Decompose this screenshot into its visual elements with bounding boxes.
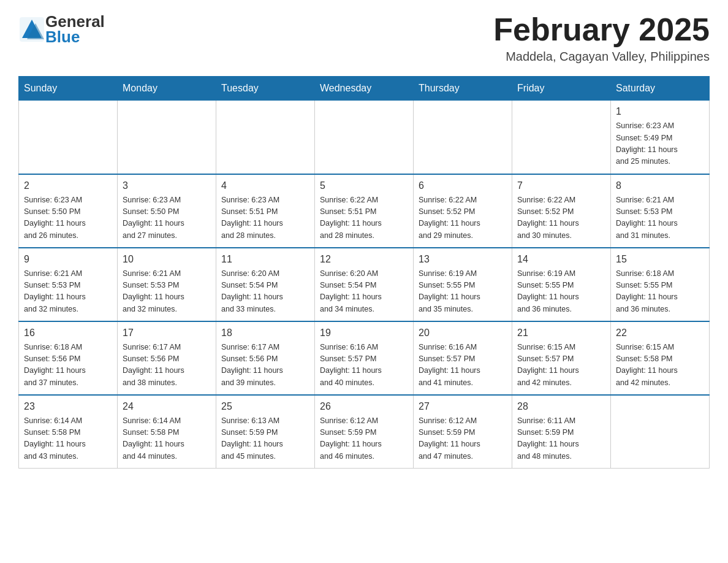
day-number: 28	[517, 399, 605, 414]
day-info: Sunrise: 6:13 AM Sunset: 5:59 PM Dayligh…	[221, 415, 309, 463]
calendar-day-cell: 7Sunrise: 6:22 AM Sunset: 5:52 PM Daylig…	[512, 174, 611, 248]
calendar-body: 1Sunrise: 6:23 AM Sunset: 5:49 PM Daylig…	[19, 101, 710, 469]
day-info: Sunrise: 6:14 AM Sunset: 5:58 PM Dayligh…	[123, 415, 211, 463]
calendar-day-cell: 17Sunrise: 6:17 AM Sunset: 5:56 PM Dayli…	[118, 321, 216, 395]
day-number: 16	[24, 326, 112, 340]
calendar-day-cell: 12Sunrise: 6:20 AM Sunset: 5:54 PM Dayli…	[315, 248, 414, 321]
calendar-day-cell: 4Sunrise: 6:23 AM Sunset: 5:51 PM Daylig…	[216, 174, 315, 248]
calendar-day-cell: 14Sunrise: 6:19 AM Sunset: 5:55 PM Dayli…	[512, 248, 611, 321]
day-number: 9	[24, 252, 112, 267]
day-number: 18	[221, 326, 309, 340]
logo: General Blue	[18, 12, 105, 47]
calendar-day-cell: 3Sunrise: 6:23 AM Sunset: 5:50 PM Daylig…	[118, 174, 216, 248]
weekday-header-sunday: Sunday	[19, 77, 118, 101]
calendar-day-cell: 10Sunrise: 6:21 AM Sunset: 5:53 PM Dayli…	[118, 248, 216, 321]
day-number: 10	[123, 252, 211, 267]
logo-name: General Blue	[45, 12, 105, 47]
logo-icon	[18, 16, 45, 43]
calendar-day-cell: 24Sunrise: 6:14 AM Sunset: 5:58 PM Dayli…	[118, 395, 216, 469]
day-info: Sunrise: 6:23 AM Sunset: 5:50 PM Dayligh…	[123, 194, 211, 242]
calendar-day-cell	[512, 101, 611, 174]
day-number: 6	[419, 178, 507, 193]
day-number: 8	[616, 178, 704, 193]
day-info: Sunrise: 6:19 AM Sunset: 5:55 PM Dayligh…	[419, 268, 507, 316]
day-number: 27	[419, 399, 507, 414]
day-info: Sunrise: 6:15 AM Sunset: 5:57 PM Dayligh…	[517, 342, 605, 389]
calendar-day-cell	[414, 101, 512, 174]
calendar-day-cell: 5Sunrise: 6:22 AM Sunset: 5:51 PM Daylig…	[315, 174, 414, 248]
calendar-day-cell: 13Sunrise: 6:19 AM Sunset: 5:55 PM Dayli…	[414, 248, 512, 321]
day-info: Sunrise: 6:18 AM Sunset: 5:56 PM Dayligh…	[24, 342, 112, 389]
day-info: Sunrise: 6:20 AM Sunset: 5:54 PM Dayligh…	[221, 268, 309, 316]
day-number: 17	[123, 326, 211, 340]
calendar-day-cell	[216, 101, 315, 174]
calendar-day-cell: 19Sunrise: 6:16 AM Sunset: 5:57 PM Dayli…	[315, 321, 414, 395]
calendar-header: SundayMondayTuesdayWednesdayThursdayFrid…	[19, 77, 710, 101]
day-info: Sunrise: 6:15 AM Sunset: 5:58 PM Dayligh…	[616, 342, 704, 389]
page-header: General Blue February 2025 Maddela, Caga…	[18, 12, 710, 64]
day-number: 21	[517, 326, 605, 340]
day-info: Sunrise: 6:23 AM Sunset: 5:49 PM Dayligh…	[616, 120, 704, 168]
day-info: Sunrise: 6:16 AM Sunset: 5:57 PM Dayligh…	[419, 342, 507, 389]
day-info: Sunrise: 6:16 AM Sunset: 5:57 PM Dayligh…	[320, 342, 408, 389]
day-info: Sunrise: 6:19 AM Sunset: 5:55 PM Dayligh…	[517, 268, 605, 316]
calendar-day-cell: 25Sunrise: 6:13 AM Sunset: 5:59 PM Dayli…	[216, 395, 315, 469]
calendar-day-cell: 27Sunrise: 6:12 AM Sunset: 5:59 PM Dayli…	[414, 395, 512, 469]
day-info: Sunrise: 6:18 AM Sunset: 5:55 PM Dayligh…	[616, 268, 704, 316]
day-number: 22	[616, 326, 704, 340]
day-info: Sunrise: 6:21 AM Sunset: 5:53 PM Dayligh…	[123, 268, 211, 316]
calendar-day-cell: 8Sunrise: 6:21 AM Sunset: 5:53 PM Daylig…	[611, 174, 710, 248]
day-number: 14	[517, 252, 605, 267]
day-number: 2	[24, 178, 112, 193]
calendar-day-cell: 2Sunrise: 6:23 AM Sunset: 5:50 PM Daylig…	[19, 174, 118, 248]
calendar-week-row: 1Sunrise: 6:23 AM Sunset: 5:49 PM Daylig…	[19, 101, 710, 174]
day-info: Sunrise: 6:20 AM Sunset: 5:54 PM Dayligh…	[320, 268, 408, 316]
calendar-day-cell: 11Sunrise: 6:20 AM Sunset: 5:54 PM Dayli…	[216, 248, 315, 321]
day-info: Sunrise: 6:17 AM Sunset: 5:56 PM Dayligh…	[221, 342, 309, 389]
logo-blue-text: Blue	[45, 28, 105, 47]
day-number: 13	[419, 252, 507, 267]
calendar-day-cell: 21Sunrise: 6:15 AM Sunset: 5:57 PM Dayli…	[512, 321, 611, 395]
day-number: 24	[123, 399, 211, 414]
title-section: February 2025 Maddela, Cagayan Valley, P…	[493, 12, 710, 64]
calendar-week-row: 16Sunrise: 6:18 AM Sunset: 5:56 PM Dayli…	[19, 321, 710, 395]
day-info: Sunrise: 6:17 AM Sunset: 5:56 PM Dayligh…	[123, 342, 211, 389]
day-info: Sunrise: 6:22 AM Sunset: 5:51 PM Dayligh…	[320, 194, 408, 242]
day-info: Sunrise: 6:23 AM Sunset: 5:50 PM Dayligh…	[24, 194, 112, 242]
location-title: Maddela, Cagayan Valley, Philippines	[493, 50, 710, 64]
calendar-day-cell	[315, 101, 414, 174]
day-number: 12	[320, 252, 408, 267]
calendar-week-row: 9Sunrise: 6:21 AM Sunset: 5:53 PM Daylig…	[19, 248, 710, 321]
day-number: 26	[320, 399, 408, 414]
calendar-day-cell: 18Sunrise: 6:17 AM Sunset: 5:56 PM Dayli…	[216, 321, 315, 395]
day-number: 5	[320, 178, 408, 193]
weekday-header-wednesday: Wednesday	[315, 77, 414, 101]
day-info: Sunrise: 6:14 AM Sunset: 5:58 PM Dayligh…	[24, 415, 112, 463]
day-number: 20	[419, 326, 507, 340]
weekday-header-monday: Monday	[118, 77, 216, 101]
calendar-day-cell: 28Sunrise: 6:11 AM Sunset: 5:59 PM Dayli…	[512, 395, 611, 469]
calendar-day-cell: 26Sunrise: 6:12 AM Sunset: 5:59 PM Dayli…	[315, 395, 414, 469]
weekday-header-thursday: Thursday	[414, 77, 512, 101]
calendar-day-cell: 1Sunrise: 6:23 AM Sunset: 5:49 PM Daylig…	[611, 101, 710, 174]
day-number: 19	[320, 326, 408, 340]
day-number: 25	[221, 399, 309, 414]
calendar-day-cell: 22Sunrise: 6:15 AM Sunset: 5:58 PM Dayli…	[611, 321, 710, 395]
weekday-header-saturday: Saturday	[611, 77, 710, 101]
calendar-week-row: 23Sunrise: 6:14 AM Sunset: 5:58 PM Dayli…	[19, 395, 710, 469]
calendar-day-cell: 23Sunrise: 6:14 AM Sunset: 5:58 PM Dayli…	[19, 395, 118, 469]
day-number: 1	[616, 104, 704, 119]
calendar-day-cell: 15Sunrise: 6:18 AM Sunset: 5:55 PM Dayli…	[611, 248, 710, 321]
day-number: 11	[221, 252, 309, 267]
day-info: Sunrise: 6:21 AM Sunset: 5:53 PM Dayligh…	[616, 194, 704, 242]
day-number: 4	[221, 178, 309, 193]
calendar-week-row: 2Sunrise: 6:23 AM Sunset: 5:50 PM Daylig…	[19, 174, 710, 248]
weekday-header-tuesday: Tuesday	[216, 77, 315, 101]
calendar-day-cell: 16Sunrise: 6:18 AM Sunset: 5:56 PM Dayli…	[19, 321, 118, 395]
calendar-day-cell	[19, 101, 118, 174]
day-info: Sunrise: 6:22 AM Sunset: 5:52 PM Dayligh…	[517, 194, 605, 242]
day-info: Sunrise: 6:12 AM Sunset: 5:59 PM Dayligh…	[419, 415, 507, 463]
day-info: Sunrise: 6:23 AM Sunset: 5:51 PM Dayligh…	[221, 194, 309, 242]
calendar-table: SundayMondayTuesdayWednesdayThursdayFrid…	[18, 76, 710, 469]
day-number: 15	[616, 252, 704, 267]
